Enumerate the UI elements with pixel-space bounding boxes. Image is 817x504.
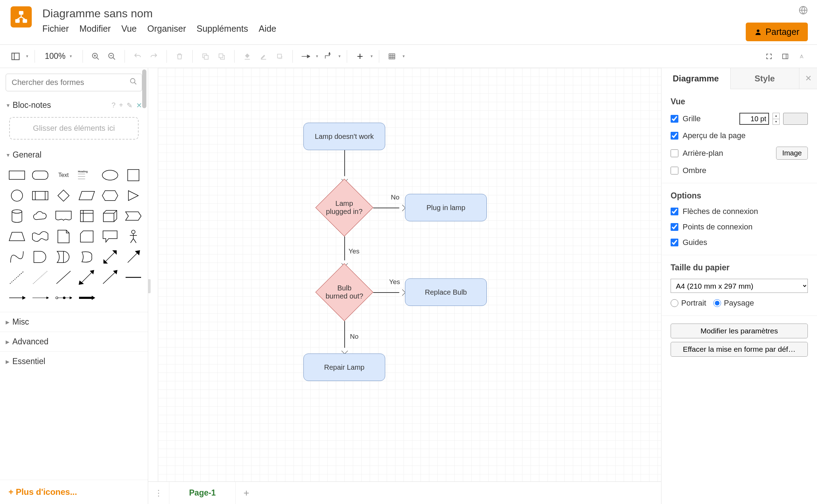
chevron-down-icon[interactable]: ▼: [25, 54, 29, 58]
conn-arrows-checkbox[interactable]: [671, 208, 678, 215]
app-logo[interactable]: [11, 6, 32, 27]
shape-directional-edge[interactable]: [100, 269, 120, 286]
menu-help[interactable]: Aide: [259, 24, 276, 34]
undo-button[interactable]: [131, 49, 145, 63]
general-header[interactable]: ▼ General: [0, 147, 148, 163]
shape-search-input[interactable]: [6, 74, 142, 91]
sidebar-scrollbar[interactable]: [142, 68, 146, 504]
chevron-down-icon[interactable]: ▼: [370, 54, 373, 58]
shape-square[interactable]: [123, 167, 143, 184]
more-shapes-button[interactable]: + Plus d'icones...: [0, 480, 148, 504]
menu-arrange[interactable]: Organiser: [147, 24, 186, 34]
shadow-checkbox[interactable]: [671, 167, 678, 174]
right-panel-close[interactable]: ✕: [799, 68, 817, 89]
shape-bidirectional-arrow[interactable]: [100, 248, 120, 265]
edit-icon[interactable]: ✎: [127, 101, 133, 110]
shape-dashed-line[interactable]: [7, 269, 27, 286]
chevron-down-icon[interactable]: ▼: [315, 54, 319, 58]
tab-style[interactable]: Style: [731, 68, 800, 89]
edge-start-d1[interactable]: [344, 150, 345, 182]
shape-rounded-rect[interactable]: [30, 167, 50, 184]
grid-size-stepper[interactable]: ▲▼: [773, 113, 780, 125]
shape-link-thick[interactable]: [77, 289, 97, 306]
shape-document[interactable]: [54, 208, 73, 225]
canvas[interactable]: Lamp doesn't work Lamp plugged in? No Pl…: [158, 68, 661, 504]
shape-link[interactable]: [123, 269, 143, 286]
shape-link-thin[interactable]: [30, 289, 50, 306]
help-icon[interactable]: ?: [111, 101, 115, 110]
conn-points-checkbox[interactable]: [671, 223, 678, 231]
shape-card[interactable]: [77, 228, 97, 245]
tab-diagram[interactable]: Diagramme: [661, 68, 731, 89]
menu-view[interactable]: Vue: [121, 24, 137, 34]
fullscreen-button[interactable]: [762, 49, 776, 63]
edit-params-button[interactable]: Modifier les paramètres: [671, 324, 808, 338]
shape-text[interactable]: Text: [54, 167, 73, 184]
sidebar-toggle-button[interactable]: [8, 49, 23, 63]
edge-d1-r1[interactable]: [373, 208, 405, 208]
document-title[interactable]: Diagramme sans nom: [42, 7, 746, 20]
shape-note[interactable]: [54, 228, 73, 245]
node-repair[interactable]: Repair Lamp: [303, 354, 385, 381]
node-plugin[interactable]: Plug in lamp: [405, 194, 487, 221]
paper-size-select[interactable]: A4 (210 mm x 297 mm): [671, 279, 808, 293]
chevron-down-icon[interactable]: ▼: [338, 54, 341, 58]
chevron-down-icon[interactable]: ▼: [402, 54, 405, 58]
label-yes-2[interactable]: Yes: [389, 278, 400, 286]
shape-diamond[interactable]: [54, 187, 73, 204]
menu-file[interactable]: Fichier: [42, 24, 69, 34]
grid-size-input[interactable]: [739, 113, 769, 125]
category-advanced[interactable]: ▶Advanced: [0, 332, 148, 351]
scratchpad-dropzone[interactable]: Glisser des éléments ici: [9, 117, 139, 140]
sidebar-collapse-handle[interactable]: [148, 279, 151, 293]
shape-actor[interactable]: [123, 228, 143, 245]
fill-color-button[interactable]: [240, 49, 254, 63]
label-no-2[interactable]: No: [350, 333, 358, 340]
shape-step[interactable]: [123, 208, 143, 225]
shape-tape[interactable]: [30, 228, 50, 245]
shape-trapezoid[interactable]: [7, 228, 27, 245]
shape-cloud[interactable]: [30, 208, 50, 225]
node-decision-2[interactable]: Bulb burned out?: [315, 263, 373, 321]
shape-triangle[interactable]: [123, 187, 143, 204]
menu-edit[interactable]: Modifier: [79, 24, 111, 34]
page-preview-checkbox[interactable]: [671, 132, 678, 140]
shadow-button[interactable]: [273, 49, 287, 63]
shape-textbox[interactable]: Heading━━━━━━━━━━━━━━━: [77, 167, 97, 184]
label-yes-1[interactable]: Yes: [349, 247, 359, 255]
scratchpad-header[interactable]: ▼ Bloc-notes ? + ✎ ✕: [0, 97, 148, 113]
waypoint-button[interactable]: [321, 49, 335, 63]
line-color-button[interactable]: [256, 49, 271, 63]
shape-circle[interactable]: [7, 187, 27, 204]
connection-button[interactable]: [298, 49, 313, 63]
zoom-out-button[interactable]: [105, 49, 119, 63]
redo-button[interactable]: [147, 49, 161, 63]
guides-checkbox[interactable]: [671, 239, 678, 246]
background-image-button[interactable]: Image: [776, 147, 808, 160]
shape-dotted-line[interactable]: [30, 269, 50, 286]
node-start[interactable]: Lamp doesn't work: [303, 123, 385, 150]
zoom-in-button[interactable]: [89, 49, 103, 63]
to-back-button[interactable]: [214, 49, 229, 63]
shape-cylinder[interactable]: [7, 208, 27, 225]
tab-page-1[interactable]: Page-1: [169, 482, 236, 504]
shape-callout[interactable]: [100, 228, 120, 245]
table-button[interactable]: [385, 49, 399, 63]
close-icon[interactable]: ✕: [136, 101, 142, 110]
landscape-radio[interactable]: [713, 299, 721, 307]
zoom-level[interactable]: 100%▼: [41, 51, 77, 61]
menu-extras[interactable]: Suppléments: [196, 24, 248, 34]
tab-menu-button[interactable]: ⋮: [148, 482, 169, 504]
label-no-1[interactable]: No: [391, 193, 399, 201]
shape-ellipse[interactable]: [100, 167, 120, 184]
shape-data-storage[interactable]: [77, 248, 97, 265]
shape-arrow[interactable]: [123, 248, 143, 265]
edge-d1-d2[interactable]: [344, 236, 345, 266]
shape-process[interactable]: [30, 187, 50, 204]
shape-line[interactable]: [54, 269, 73, 286]
shape-curve[interactable]: [7, 248, 27, 265]
to-front-button[interactable]: [198, 49, 212, 63]
shape-parallelogram[interactable]: [77, 187, 97, 204]
edge-d2-end[interactable]: [344, 321, 345, 354]
shape-hexagon[interactable]: [100, 187, 120, 204]
